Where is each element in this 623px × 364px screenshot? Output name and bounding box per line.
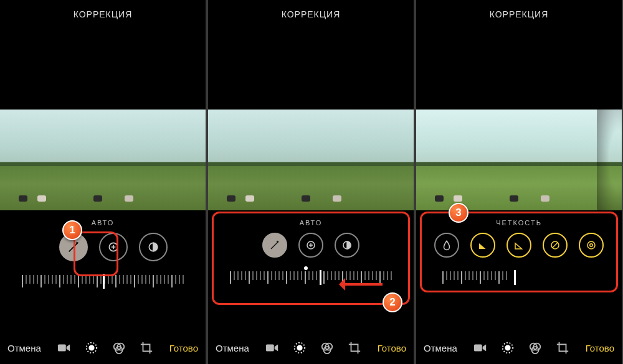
crop-tab-icon[interactable] xyxy=(140,341,153,355)
screenshot-pane-2: КОРРЕКЦИЯ АВТО 2 Отмена xyxy=(208,0,414,364)
sharpness-button[interactable] xyxy=(470,233,495,258)
svg-rect-19 xyxy=(474,345,482,352)
screenshot-pane-1: КОРРЕКЦИЯ АВТО xyxy=(0,0,206,364)
adjustment-name: АВТО xyxy=(92,219,115,226)
bottom-toolbar: Отмена Готово xyxy=(208,332,414,364)
bottom-toolbar: Отмена Готово xyxy=(0,332,206,364)
auto-enhance-button[interactable] xyxy=(262,233,287,258)
done-button[interactable]: Готово xyxy=(586,343,614,353)
vignette-button[interactable] xyxy=(579,233,604,258)
svg-rect-2 xyxy=(58,345,66,352)
filters-tab-icon[interactable] xyxy=(112,341,126,355)
bottom-toolbar: Отмена Готово xyxy=(416,332,622,364)
value-slider[interactable] xyxy=(16,275,191,292)
cancel-button[interactable]: Отмена xyxy=(424,343,457,353)
done-button[interactable]: Готово xyxy=(378,343,406,353)
video-tab-icon[interactable] xyxy=(265,342,279,353)
adjust-tab-icon[interactable] xyxy=(501,341,515,355)
header-title: КОРРЕКЦИЯ xyxy=(208,0,414,29)
cancel-button[interactable]: Отмена xyxy=(216,343,249,353)
value-slider[interactable] xyxy=(429,271,521,289)
edited-photo[interactable] xyxy=(0,110,206,210)
svg-point-11 xyxy=(297,345,302,350)
header-title: КОРРЕКЦИЯ xyxy=(0,0,206,29)
crop-tab-icon[interactable] xyxy=(348,341,361,355)
svg-point-20 xyxy=(505,345,510,350)
header-title: КОРРЕКЦИЯ xyxy=(416,0,622,29)
adjustment-name: ЧЕТКОСТЬ xyxy=(496,219,542,226)
exposure-button[interactable] xyxy=(298,233,323,258)
filters-tab-icon[interactable] xyxy=(528,341,542,355)
svg-point-18 xyxy=(590,244,593,247)
video-tab-icon[interactable] xyxy=(473,342,487,353)
auto-enhance-button[interactable] xyxy=(59,233,88,261)
svg-point-3 xyxy=(89,345,93,350)
contrast-button[interactable] xyxy=(139,233,168,261)
adjust-tab-icon[interactable] xyxy=(293,341,307,355)
adjustment-name: АВТО xyxy=(300,219,323,226)
callout-badge: 2 xyxy=(383,292,402,312)
noise-reduction-button[interactable] xyxy=(543,233,568,258)
crop-tab-icon[interactable] xyxy=(556,341,569,355)
value-slider[interactable] xyxy=(224,271,399,289)
adjust-tab-icon[interactable] xyxy=(85,341,98,355)
definition-button[interactable] xyxy=(506,233,531,258)
edited-photo[interactable] xyxy=(208,110,414,210)
saturation-button[interactable] xyxy=(434,233,459,258)
cancel-button[interactable]: Отмена xyxy=(7,343,41,353)
filters-tab-icon[interactable] xyxy=(320,341,334,355)
edited-photo[interactable] xyxy=(416,110,622,210)
done-button[interactable]: Готово xyxy=(169,343,198,353)
exposure-button[interactable] xyxy=(99,233,128,261)
svg-rect-10 xyxy=(266,345,274,352)
contrast-button[interactable] xyxy=(335,233,359,258)
screenshot-pane-3: КОРРЕКЦИЯ 3 ЧЕТКОСТЬ xyxy=(416,0,622,364)
swipe-arrow-icon xyxy=(345,283,383,286)
video-tab-icon[interactable] xyxy=(57,342,71,353)
svg-point-17 xyxy=(587,241,595,249)
